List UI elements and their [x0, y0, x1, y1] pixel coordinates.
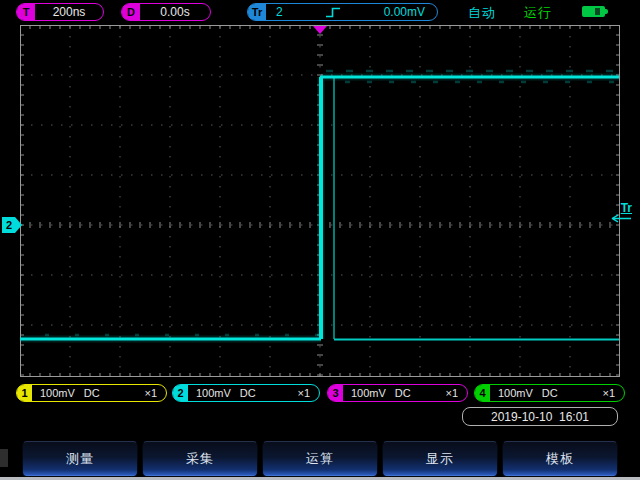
rising-edge-icon — [325, 6, 341, 19]
channel-3-number: 3 — [328, 385, 343, 401]
menu-button-template[interactable]: 模板 — [502, 441, 618, 477]
trigger-level-marker-label: Tr — [621, 202, 632, 214]
channel-2-number: 2 — [173, 385, 188, 401]
trigger-level-arrow-icon — [605, 214, 632, 223]
trigger-level-marker: Tr — [604, 202, 632, 223]
menu-button-math[interactable]: 运算 — [262, 441, 378, 477]
menu-button-measure[interactable]: 测量 — [22, 441, 138, 477]
delay-value: 0.00s — [140, 4, 210, 20]
channel-1-scale: 100mV — [40, 387, 75, 399]
trigger-level: 0.00mV — [384, 5, 425, 19]
channel-3-coupling: DC — [395, 387, 411, 399]
menu-button-acquire[interactable]: 采集 — [142, 441, 258, 477]
battery-icon — [582, 6, 605, 17]
channel-4-scale: 100mV — [498, 387, 533, 399]
soft-menu: 测量 采集 运算 显示 模板 — [22, 441, 618, 477]
channel-1-badge[interactable]: 1 100mV DC ×1 — [16, 384, 167, 402]
channel-3-scale: 100mV — [351, 387, 386, 399]
channel-4-coupling: DC — [542, 387, 558, 399]
channel-4-probe: ×1 — [602, 387, 615, 399]
channel-1-number: 1 — [17, 385, 32, 401]
trigger-position-marker[interactable] — [313, 26, 327, 34]
ch2-ground-marker-label: 2 — [6, 219, 12, 231]
ch2-ground-marker[interactable]: 2 — [2, 217, 22, 233]
bezel-nub — [0, 449, 8, 467]
trigger-pill[interactable]: Tr 2 0.00mV — [247, 3, 438, 21]
run-state-label: 运行 — [524, 4, 552, 22]
acquisition-mode-label: 自动 — [468, 4, 496, 22]
menu-button-display[interactable]: 显示 — [382, 441, 498, 477]
waveform-ch2 — [20, 71, 619, 340]
channel-1-probe: ×1 — [144, 387, 157, 399]
delay-pill[interactable]: D 0.00s — [121, 3, 211, 21]
channel-3-badge[interactable]: 3 100mV DC ×1 — [327, 384, 468, 402]
timebase-key: T — [17, 4, 35, 20]
datetime-display: 2019-10-10 16:01 — [462, 407, 618, 426]
trigger-source: 2 — [276, 5, 283, 19]
channel-4-number: 4 — [475, 385, 490, 401]
timebase-pill[interactable]: T 200ns — [16, 3, 104, 21]
trigger-key: Tr — [248, 4, 266, 20]
channel-2-scale: 100mV — [196, 387, 231, 399]
delay-key: D — [122, 4, 140, 20]
channel-4-badge[interactable]: 4 100mV DC ×1 — [474, 384, 625, 402]
channel-2-coupling: DC — [240, 387, 256, 399]
graticule — [20, 25, 620, 377]
timebase-value: 200ns — [35, 4, 103, 20]
channel-1-coupling: DC — [84, 387, 100, 399]
channel-2-badge[interactable]: 2 100mV DC ×1 — [172, 384, 320, 402]
channel-3-probe: ×1 — [445, 387, 458, 399]
channel-2-probe: ×1 — [297, 387, 310, 399]
